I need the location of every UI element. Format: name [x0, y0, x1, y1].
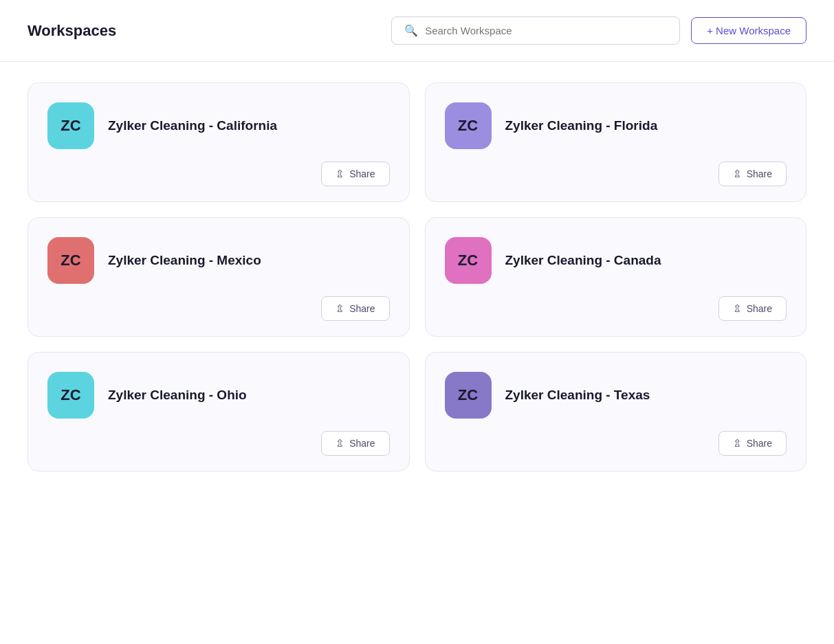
workspace-avatar-florida: ZC	[445, 102, 492, 149]
header: Workspaces 🔍 + New Workspace	[0, 0, 834, 62]
workspace-avatar-mexico: ZC	[47, 237, 94, 284]
card-top-california: ZC Zylker Cleaning - California	[47, 102, 390, 149]
workspace-card-florida[interactable]: ZC Zylker Cleaning - Florida ⇫ Share	[425, 82, 807, 202]
page-title: Workspaces	[28, 22, 116, 40]
workspace-name-mexico: Zylker Cleaning - Mexico	[108, 253, 261, 268]
workspace-name-ohio: Zylker Cleaning - Ohio	[108, 388, 247, 403]
share-icon-california: ⇫	[336, 168, 344, 180]
card-bottom-texas: ⇫ Share	[445, 431, 787, 456]
card-top-mexico: ZC Zylker Cleaning - Mexico	[47, 237, 390, 284]
workspace-card-ohio[interactable]: ZC Zylker Cleaning - Ohio ⇫ Share	[28, 352, 410, 471]
workspace-card-texas[interactable]: ZC Zylker Cleaning - Texas ⇫ Share	[425, 352, 807, 471]
share-label-canada: Share	[747, 303, 772, 314]
share-button-florida[interactable]: ⇫ Share	[718, 162, 787, 186]
header-actions: 🔍 + New Workspace	[391, 16, 806, 45]
share-button-mexico[interactable]: ⇫ Share	[321, 296, 389, 321]
workspace-name-canada: Zylker Cleaning - Canada	[505, 253, 661, 268]
workspace-name-california: Zylker Cleaning - California	[108, 118, 277, 133]
search-input[interactable]	[425, 25, 667, 36]
card-top-canada: ZC Zylker Cleaning - Canada	[445, 237, 787, 284]
workspace-name-texas: Zylker Cleaning - Texas	[505, 388, 650, 403]
workspace-avatar-california: ZC	[47, 102, 94, 149]
card-top-florida: ZC Zylker Cleaning - Florida	[445, 102, 787, 149]
share-label-ohio: Share	[349, 438, 375, 449]
share-icon-canada: ⇫	[733, 302, 742, 315]
card-bottom-california: ⇫ Share	[47, 162, 390, 186]
card-top-texas: ZC Zylker Cleaning - Texas	[445, 372, 787, 419]
new-workspace-button[interactable]: + New Workspace	[691, 17, 806, 44]
share-icon-ohio: ⇫	[336, 437, 344, 449]
share-icon-texas: ⇫	[733, 437, 742, 449]
workspace-grid: ZC Zylker Cleaning - California ⇫ Share …	[28, 82, 806, 471]
share-label-texas: Share	[747, 438, 772, 449]
share-button-texas[interactable]: ⇫ Share	[718, 431, 787, 456]
workspace-card-california[interactable]: ZC Zylker Cleaning - California ⇫ Share	[28, 82, 410, 202]
card-bottom-ohio: ⇫ Share	[47, 431, 390, 456]
workspace-name-florida: Zylker Cleaning - Florida	[505, 118, 658, 133]
share-label-florida: Share	[747, 168, 772, 179]
workspace-avatar-texas: ZC	[445, 372, 492, 419]
card-bottom-mexico: ⇫ Share	[47, 296, 390, 321]
search-icon: 🔍	[404, 24, 418, 37]
share-button-california[interactable]: ⇫ Share	[321, 162, 389, 186]
workspace-card-mexico[interactable]: ZC Zylker Cleaning - Mexico ⇫ Share	[28, 217, 410, 337]
share-icon-mexico: ⇫	[336, 302, 344, 315]
workspace-card-canada[interactable]: ZC Zylker Cleaning - Canada ⇫ Share	[425, 217, 807, 337]
share-button-canada[interactable]: ⇫ Share	[718, 296, 787, 321]
card-bottom-canada: ⇫ Share	[445, 296, 787, 321]
workspace-avatar-ohio: ZC	[47, 372, 94, 419]
share-button-ohio[interactable]: ⇫ Share	[321, 431, 389, 456]
share-label-california: Share	[349, 168, 375, 179]
main-content: ZC Zylker Cleaning - California ⇫ Share …	[0, 62, 834, 492]
share-label-mexico: Share	[349, 303, 375, 314]
workspace-avatar-canada: ZC	[445, 237, 492, 284]
search-box[interactable]: 🔍	[391, 16, 680, 45]
share-icon-florida: ⇫	[733, 168, 742, 180]
new-workspace-label: + New Workspace	[707, 25, 791, 36]
card-bottom-florida: ⇫ Share	[445, 162, 787, 186]
card-top-ohio: ZC Zylker Cleaning - Ohio	[47, 372, 390, 419]
